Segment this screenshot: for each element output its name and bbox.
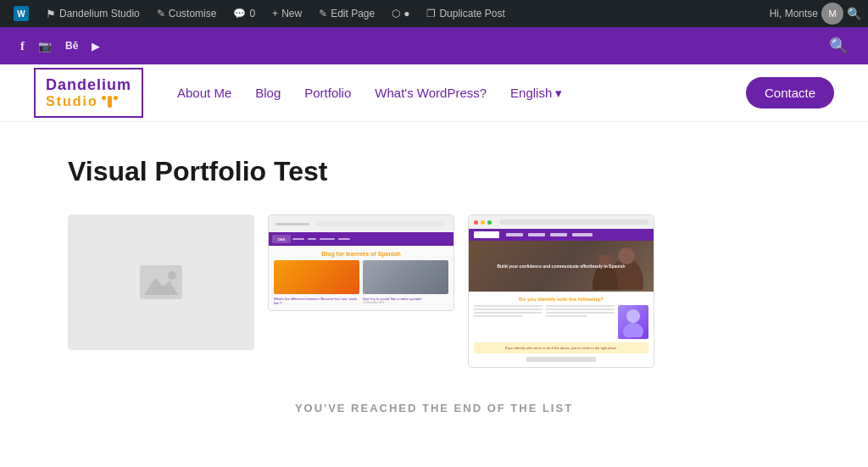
- nav-portfolio[interactable]: Portfolio: [304, 86, 351, 100]
- screenshot-content: Blog for learners of Spanish What's the …: [269, 246, 453, 310]
- page-content: Visual Portfolio Test: [0, 122, 868, 461]
- screenshot-header: [269, 215, 453, 232]
- logo[interactable]: Dandelium Studio: [34, 68, 143, 118]
- search-icon-brand[interactable]: 🔍: [829, 36, 848, 55]
- nav-links: About Me Blog Portfolio What's WordPress…: [177, 86, 746, 101]
- new-button[interactable]: + New: [265, 0, 309, 27]
- text-line-6: [546, 309, 615, 310]
- svg-point-2: [168, 271, 176, 280]
- edit-icon: ✎: [319, 8, 327, 19]
- full-highlight-box: If you identify with some or all of the …: [474, 342, 648, 353]
- logo-icon: [108, 96, 112, 108]
- admin-bar-right: Hi, Montse M 🔍: [770, 3, 861, 25]
- nav-cta-button[interactable]: Contacte: [746, 77, 834, 108]
- comments-count: 0: [249, 8, 255, 19]
- screenshot-post-1: What's the difference between 'Become hi…: [274, 260, 359, 305]
- admin-bar: W ⚑ Dandelium Studio ✎ Customise 💬 0 + N…: [0, 0, 868, 27]
- wp-menu-button[interactable]: ⬡ ●: [385, 0, 416, 27]
- logo-dot-1: [102, 96, 106, 100]
- full-nav-links: [506, 233, 593, 236]
- blog-screenshot: DAN Blog for learners of Spanish: [268, 214, 454, 311]
- duplicate-label: Duplicate Post: [439, 8, 504, 19]
- customize-label: Customise: [169, 8, 217, 19]
- nav-language-label: English: [510, 86, 552, 100]
- screenshot-nav: DAN: [269, 232, 453, 246]
- instagram-icon[interactable]: 📷: [38, 40, 52, 53]
- full-section: Do you identify with the following?: [469, 292, 654, 367]
- logo-text-top: Dandelium: [46, 76, 131, 94]
- nav-about-me[interactable]: About Me: [177, 86, 231, 100]
- full-cta-placeholder: [526, 357, 596, 362]
- svg-point-8: [623, 323, 643, 337]
- edit-page-label: Edit Page: [331, 8, 375, 19]
- text-line-8: [546, 315, 587, 317]
- wp-menu-icon2: ●: [403, 8, 409, 19]
- comments-icon: 💬: [233, 8, 246, 19]
- duplicate-icon: ❐: [426, 8, 436, 19]
- text-line-7: [546, 312, 615, 314]
- plus-icon: +: [272, 8, 278, 19]
- nav-language-dropdown[interactable]: English ▾: [510, 86, 562, 101]
- behance-icon[interactable]: Bē: [65, 40, 78, 52]
- portfolio-item-3[interactable]: Build your confidence and communicate ef…: [468, 214, 654, 368]
- facebook-icon[interactable]: f: [20, 39, 25, 53]
- nav-wordpress[interactable]: What's WordPress?: [375, 86, 487, 100]
- post-1-image: [274, 260, 359, 294]
- full-highlight-text: If you identify with some or all of the …: [479, 346, 643, 350]
- chevron-down-icon: ▾: [555, 86, 562, 101]
- full-section-title: Do you identify with the following?: [474, 297, 648, 302]
- post-1-text: What's the difference between 'Become hi…: [274, 297, 359, 305]
- site-icon: ⚑: [46, 8, 56, 20]
- customize-icon: ✎: [157, 8, 165, 19]
- full-section-content: [474, 305, 648, 339]
- max-dot: [487, 220, 492, 225]
- brand-bar: f 📷 Bē ▶ 🔍: [0, 27, 868, 64]
- text-line-2: [474, 309, 542, 310]
- text-line-3: [474, 312, 542, 314]
- portfolio-item-1[interactable]: [68, 214, 254, 350]
- avatar[interactable]: M: [821, 3, 843, 25]
- logo-text-bottom: Studio: [46, 94, 98, 109]
- post-2-date: 22 November 2021: [363, 301, 448, 304]
- wp-menu-icon: ⬡: [392, 8, 400, 19]
- portfolio-item-2[interactable]: DAN Blog for learners of Spanish: [268, 214, 454, 311]
- screenshot-post-2: Don't try to sound 'like a native speake…: [363, 260, 448, 305]
- full-nav-link-2: [528, 233, 545, 236]
- comments-button[interactable]: 💬 0: [226, 0, 262, 27]
- portfolio-placeholder: [68, 214, 254, 350]
- duplicate-post-button[interactable]: ❐ Duplicate Post: [420, 0, 511, 27]
- logo-dot-2: [114, 96, 118, 100]
- svg-point-7: [626, 309, 640, 323]
- site-name-label: Dandelium Studio: [59, 8, 140, 19]
- full-hero: Build your confidence and communicate ef…: [469, 241, 654, 292]
- full-nav-link-4: [572, 233, 593, 236]
- main-nav: Dandelium Studio About Me Blog Portfolio…: [0, 64, 868, 122]
- full-nav-link-1: [506, 233, 523, 236]
- end-message: YOU'VE REACHED THE END OF THE LIST: [68, 402, 800, 414]
- search-icon-admin[interactable]: 🔍: [847, 7, 861, 20]
- nav-blog[interactable]: Blog: [255, 86, 281, 100]
- wp-logo-button[interactable]: W: [7, 0, 36, 27]
- youtube-icon[interactable]: ▶: [92, 40, 100, 53]
- edit-page-button[interactable]: ✎ Edit Page: [312, 0, 381, 27]
- full-text-col-2: [546, 305, 615, 339]
- image-placeholder-icon: [140, 265, 182, 299]
- close-dot: [474, 220, 478, 225]
- hi-label: Hi, Montse: [770, 8, 818, 19]
- portfolio-grid: DAN Blog for learners of Spanish: [68, 214, 800, 368]
- post-2-image: [363, 260, 448, 294]
- wp-icon: W: [14, 6, 29, 21]
- full-text-col-1: [474, 305, 542, 339]
- full-logo: [474, 231, 499, 238]
- site-name-button[interactable]: ⚑ Dandelium Studio: [39, 0, 147, 27]
- min-dot: [481, 220, 485, 225]
- text-line-4: [474, 315, 522, 317]
- text-line-5: [546, 305, 615, 307]
- full-nav-link-3: [550, 233, 567, 236]
- screenshot-posts: What's the difference between 'Become hi…: [274, 260, 448, 305]
- new-label: New: [281, 8, 302, 19]
- customize-button[interactable]: ✎ Customise: [150, 0, 224, 27]
- full-section-image: [618, 305, 648, 339]
- hero-text: Build your confidence and communicate ef…: [493, 260, 628, 272]
- full-screenshot: Build your confidence and communicate ef…: [468, 214, 654, 368]
